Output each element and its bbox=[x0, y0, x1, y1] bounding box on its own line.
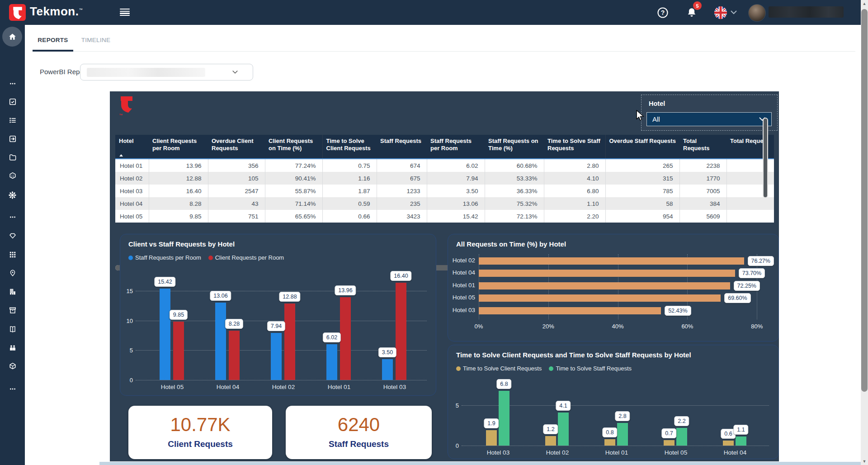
sidebar-item-book[interactable] bbox=[0, 320, 25, 338]
bar-hotel-02[interactable] bbox=[479, 257, 744, 265]
column-header[interactable]: Client Requests on Time (%) bbox=[265, 135, 322, 159]
hotel-filter-select[interactable]: All bbox=[646, 112, 772, 126]
column-header[interactable]: Staff Requests per Room bbox=[427, 135, 485, 159]
sidebar-item-tasks[interactable] bbox=[0, 93, 25, 111]
sidebar-item-home[interactable] bbox=[0, 28, 25, 46]
page-scrollbar[interactable]: ▲ ▼ bbox=[861, 0, 868, 465]
data-label: 1.2 bbox=[543, 424, 558, 434]
legend-label: Client Requests per Room bbox=[215, 254, 284, 261]
table-row[interactable]: Hotel 059.8575165.65%0.66342315.4272.13%… bbox=[115, 210, 774, 223]
sidebar-item-location[interactable] bbox=[0, 264, 25, 282]
table-row[interactable]: Hotel 0212.8810590.41%1.166757.9453.33%4… bbox=[115, 172, 774, 185]
sidebar-item-settings[interactable] bbox=[0, 186, 25, 204]
column-header[interactable]: Staff Requests bbox=[377, 135, 427, 159]
table-row[interactable]: Hotel 0316.40254755.87%1.8712333.5036.33… bbox=[115, 185, 774, 197]
sidebar-item-more-2[interactable] bbox=[0, 208, 25, 226]
tab-timeline[interactable]: TIMELINE bbox=[76, 34, 116, 45]
bar-hotel-01[interactable] bbox=[479, 282, 730, 289]
bar-staff-requests-per-room[interactable] bbox=[382, 359, 393, 380]
table-cell: 53.33% bbox=[485, 172, 544, 185]
table-cell: 954 bbox=[605, 210, 679, 223]
sidebar-item-archive[interactable] bbox=[0, 301, 25, 319]
table-cell: 60.68% bbox=[485, 159, 544, 172]
column-header[interactable]: Overdue Staff Requests bbox=[605, 135, 679, 159]
legend-label: Staff Requests per Room bbox=[135, 254, 201, 261]
select-chevron-down-icon bbox=[232, 70, 238, 75]
sidebar-item-more-3[interactable] bbox=[0, 380, 25, 398]
bar-time-to-solve-staff-requests[interactable] bbox=[499, 391, 509, 446]
bar-hotel-04[interactable] bbox=[479, 270, 735, 277]
legend-item[interactable]: Time to Solve Client Requests bbox=[456, 365, 542, 372]
bar-client-requests-per-room[interactable] bbox=[396, 283, 406, 380]
sidebar-item-export[interactable] bbox=[0, 130, 25, 148]
legend-dot bbox=[549, 366, 553, 371]
column-header[interactable]: Time to Solve Staff Requests bbox=[544, 135, 605, 159]
table-cell: 0.75 bbox=[322, 159, 377, 172]
bar-time-to-solve-staff-requests[interactable] bbox=[617, 423, 628, 446]
tekmon-logo-icon bbox=[12, 6, 24, 19]
sidebar-item-folder[interactable] bbox=[0, 148, 25, 166]
table-cell: 75.32% bbox=[485, 197, 544, 210]
legend-item[interactable]: Staff Requests per Room bbox=[128, 254, 201, 261]
scroll-up-arrow[interactable]: ▲ bbox=[861, 0, 868, 7]
table-row[interactable]: Hotel 0113.9635677.24%0.756746.0260.68%2… bbox=[115, 159, 774, 172]
bar-time-to-solve-client-requests[interactable] bbox=[604, 439, 615, 446]
legend-dot bbox=[208, 256, 213, 260]
legend-item[interactable]: Time to Solve Staff Requests bbox=[549, 365, 632, 372]
table-vertical-scrollbar[interactable] bbox=[763, 118, 768, 198]
bar-staff-requests-per-room[interactable] bbox=[271, 333, 282, 380]
legend-item[interactable]: Client Requests per Room bbox=[208, 254, 284, 261]
bar-client-requests-per-room[interactable] bbox=[229, 331, 240, 380]
powerbi-reports-select[interactable] bbox=[80, 64, 253, 81]
column-header[interactable]: Total Requests bbox=[679, 135, 726, 159]
table-row[interactable]: Hotel 048.284371.14%0.5923513.0675.32%1.… bbox=[115, 197, 774, 210]
table-cell: 1770 bbox=[679, 172, 726, 185]
bar-time-to-solve-staff-requests[interactable] bbox=[736, 437, 746, 446]
bar-client-requests-per-room[interactable] bbox=[284, 304, 295, 380]
bar-client-requests-per-room[interactable] bbox=[173, 322, 184, 380]
column-header[interactable]: Hotel bbox=[115, 135, 149, 159]
bar-client-requests-per-room[interactable] bbox=[340, 297, 351, 380]
column-header[interactable]: Overdue Client Requests bbox=[208, 135, 265, 159]
language-chevron-down-icon[interactable] bbox=[730, 10, 737, 15]
column-header[interactable]: Staff Requests on Time (%) bbox=[485, 135, 544, 159]
sidebar-item-cube[interactable] bbox=[0, 167, 25, 185]
hamburger-menu-icon[interactable] bbox=[120, 9, 130, 16]
user-name-redacted[interactable] bbox=[769, 6, 844, 18]
sidebar-item-grid[interactable] bbox=[0, 246, 25, 264]
user-avatar[interactable] bbox=[748, 4, 766, 22]
bar-staff-requests-per-room[interactable] bbox=[326, 344, 337, 380]
table-cell: 265 bbox=[605, 159, 679, 172]
bar-time-to-solve-staff-requests[interactable] bbox=[676, 428, 687, 446]
column-header[interactable]: Client Requests per Room bbox=[149, 135, 208, 159]
bar-hotel-05[interactable] bbox=[479, 294, 721, 302]
uk-flag-icon[interactable] bbox=[714, 6, 727, 19]
page-scrollbar-thumb[interactable] bbox=[861, 9, 868, 392]
bar-staff-requests-per-room[interactable] bbox=[160, 289, 170, 380]
bar-time-to-solve-staff-requests[interactable] bbox=[558, 413, 569, 446]
sidebar-item-more-1[interactable] bbox=[0, 75, 25, 93]
table-cell: 1.87 bbox=[322, 185, 377, 197]
sidebar-item-gem[interactable] bbox=[0, 227, 25, 245]
sidebar-item-package[interactable] bbox=[0, 357, 25, 375]
data-label: 76.27% bbox=[748, 256, 774, 266]
bar-time-to-solve-client-requests[interactable] bbox=[545, 436, 556, 446]
tab-reports[interactable]: REPORTS bbox=[33, 34, 73, 45]
bar-staff-requests-per-room[interactable] bbox=[215, 303, 226, 380]
notification-badge[interactable]: 5 bbox=[693, 1, 702, 10]
column-header[interactable]: Time to Solve Client Requests bbox=[322, 135, 377, 159]
sidebar-item-building[interactable] bbox=[0, 283, 25, 301]
dashboard-horizontal-scroll-strip[interactable] bbox=[99, 462, 861, 465]
sidebar-item-people[interactable] bbox=[0, 339, 25, 357]
hotel-metrics-table: HotelClient Requests per RoomOverdue Cli… bbox=[115, 135, 774, 223]
chart-title: Time to Solve Client Requests and Time t… bbox=[456, 351, 691, 359]
scroll-down-arrow[interactable]: ▼ bbox=[861, 458, 868, 465]
sidebar-item-list[interactable] bbox=[0, 111, 25, 129]
tekmon-logo[interactable] bbox=[9, 4, 26, 21]
help-icon[interactable]: ? bbox=[656, 6, 669, 19]
table-cell: 7005 bbox=[679, 185, 726, 197]
bar-hotel-03[interactable] bbox=[479, 307, 661, 314]
bar-time-to-solve-client-requests[interactable] bbox=[664, 440, 675, 446]
bar-time-to-solve-client-requests[interactable] bbox=[723, 441, 734, 446]
bar-time-to-solve-client-requests[interactable] bbox=[486, 430, 497, 446]
